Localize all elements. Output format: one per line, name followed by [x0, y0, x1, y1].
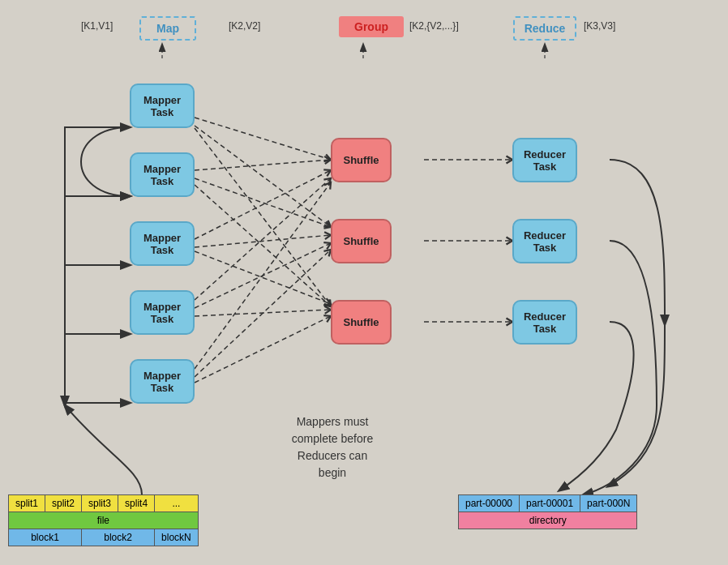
split-2: split2	[45, 495, 82, 512]
svg-line-8	[195, 128, 331, 306]
phase-reduce-label: Reduce	[513, 16, 576, 41]
svg-line-7	[195, 126, 331, 227]
split-1: split1	[9, 495, 45, 512]
svg-line-11	[195, 185, 331, 306]
block-1: block1	[9, 529, 82, 546]
diagram-canvas: [K1,V1] Map [K2,V2] Group [K2,{V2,...}] …	[0, 0, 728, 565]
svg-line-9	[195, 160, 331, 170]
label-k3v3: [K3,V3]	[584, 20, 615, 32]
svg-line-15	[195, 178, 331, 300]
reducer-task-1: ReducerTask	[512, 138, 577, 182]
mapper-task-1: MapperTask	[130, 83, 195, 128]
note-text: Mappers mustcomplete beforeReducers canb…	[268, 413, 397, 482]
svg-line-18	[195, 182, 331, 369]
svg-line-10	[195, 178, 331, 227]
label-k2v2set: [K2,{V2,...}]	[409, 20, 459, 32]
directory-label: directory	[459, 512, 637, 529]
shuffle-3: Shuffle	[331, 300, 392, 345]
mapper-task-4: MapperTask	[130, 290, 195, 335]
shuffle-1: Shuffle	[331, 138, 392, 182]
phase-map-label: Map	[139, 16, 196, 41]
mapper-task-3: MapperTask	[130, 221, 195, 266]
label-k1v1: [K1,V1]	[81, 20, 113, 32]
phase-group-label: Group	[339, 16, 404, 37]
file-label: file	[9, 512, 199, 529]
shuffle-2: Shuffle	[331, 219, 392, 263]
split-3: split3	[82, 495, 118, 512]
svg-line-17	[195, 310, 331, 316]
block-2: block2	[82, 529, 155, 546]
reducer-task-2: ReducerTask	[512, 219, 577, 263]
svg-line-12	[195, 170, 331, 239]
split-4: split4	[118, 495, 155, 512]
part-00001: part-00001	[520, 495, 580, 512]
mapper-task-5: MapperTask	[130, 359, 195, 404]
mapper-task-2: MapperTask	[130, 152, 195, 197]
svg-line-6	[195, 118, 331, 160]
block-n: blockN	[155, 529, 199, 546]
svg-line-13	[195, 235, 331, 247]
part-000n: part-000N	[580, 495, 637, 512]
reducer-task-3: ReducerTask	[512, 300, 577, 345]
split-more: ...	[155, 495, 199, 512]
part-00000: part-00000	[459, 495, 520, 512]
svg-line-20	[195, 316, 331, 383]
output-table: part-00000 part-00001 part-000N director…	[458, 494, 637, 529]
label-k2v2: [K2,V2]	[229, 20, 260, 32]
input-table: split1 split2 split3 split4 ... file blo…	[8, 494, 199, 546]
svg-line-14	[195, 251, 331, 304]
svg-line-19	[195, 250, 331, 377]
svg-line-16	[195, 243, 331, 308]
